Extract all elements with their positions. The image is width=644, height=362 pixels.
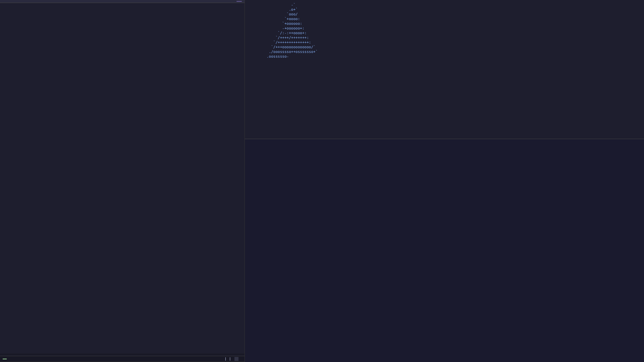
editor-statusbar: | | [0, 356, 245, 362]
neofetch-panel: -` .o+` `ooo/ `+oooo: `+oooooo: -+oooooo… [245, 0, 644, 139]
editor-titlebar [0, 0, 245, 3]
main-layout: | | -` .o+` `ooo/ `+oooo: `+ooooo [0, 0, 644, 362]
neo-ascii-art: -` .o+` `ooo/ `+oooo: `+oooooo: -+oooooo… [245, 0, 322, 139]
status-pct [234, 357, 238, 361]
editor-panel: | | [0, 0, 245, 362]
editor-footer [0, 354, 245, 355]
ascii-art: -` .o+` `ooo/ `+oooo: `+oooooo: -+oooooo… [249, 3, 318, 59]
editor-branch [236, 1, 242, 2]
status-mode [3, 359, 7, 359]
editor-content [0, 3, 245, 345]
status-right: | | [224, 357, 242, 361]
status-encoding: | | [224, 357, 231, 361]
